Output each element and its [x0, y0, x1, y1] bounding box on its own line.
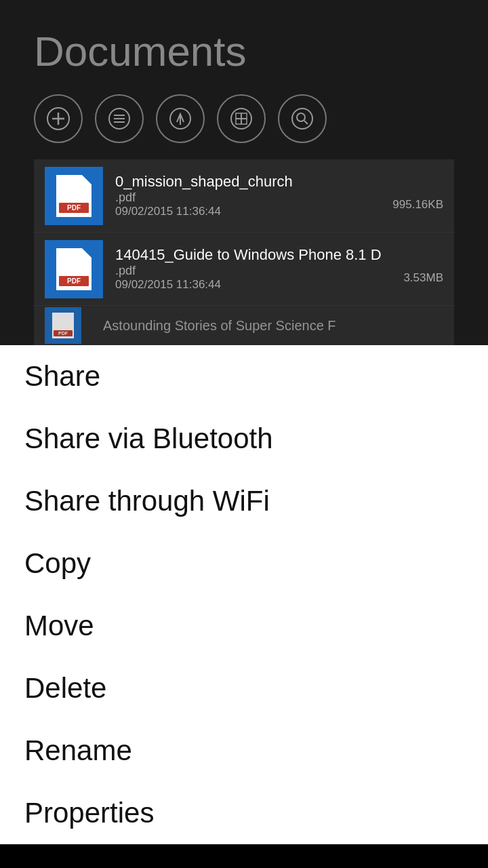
move-menu-item[interactable]: Move	[0, 595, 488, 657]
list-item[interactable]: PDF 0_mission_shaped_church .pdf 09/02/2…	[34, 159, 454, 233]
context-menu: Share Share via Bluetooth Share through …	[0, 345, 488, 844]
svg-point-17	[297, 113, 305, 121]
file-name: 0_mission_shaped_church	[115, 173, 443, 191]
file-ext: .pdf	[115, 264, 136, 277]
toolbar	[34, 94, 454, 143]
file-info: 140415_Guide to Windows Phone 8.1 D .pdf…	[115, 246, 443, 292]
search-button[interactable]	[278, 94, 327, 143]
add-icon	[46, 106, 70, 131]
svg-point-16	[292, 108, 312, 129]
file-meta: .pdf 09/02/2015 11:36:44 995.16KB	[115, 191, 443, 218]
svg-line-18	[304, 121, 308, 124]
svg-rect-13	[241, 113, 247, 119]
pdf-mark: PDF	[54, 330, 73, 336]
page-title: Documents	[34, 27, 454, 75]
file-ext: .pdf	[115, 191, 136, 204]
copy-menu-item[interactable]: Copy	[0, 532, 488, 595]
file-icon: PDF	[45, 167, 103, 225]
file-name: Astounding Stories of Super Science F	[103, 318, 336, 334]
svg-rect-12	[236, 113, 241, 119]
list-view-button[interactable]	[95, 94, 144, 143]
sort-icon	[169, 107, 192, 130]
delete-menu-item[interactable]: Delete	[0, 657, 488, 719]
pdf-mark: PDF	[59, 276, 89, 286]
file-list: PDF 0_mission_shaped_church .pdf 09/02/2…	[34, 159, 454, 345]
file-meta: .pdf 09/02/2015 11:36:44 3.53MB	[115, 264, 443, 292]
share-bluetooth-menu-item[interactable]: Share via Bluetooth	[0, 408, 488, 470]
file-icon-inner: PDF	[56, 248, 92, 290]
pdf-mark: PDF	[59, 203, 89, 213]
file-icon: PDF	[45, 240, 103, 298]
list-item[interactable]: PDF Astounding Stories of Super Science …	[34, 306, 454, 345]
file-size: 995.16KB	[384, 198, 443, 212]
file-icon: PDF	[45, 307, 81, 344]
sort-button[interactable]	[156, 94, 205, 143]
file-size: 3.53MB	[395, 271, 443, 285]
share-wifi-menu-item[interactable]: Share through WiFi	[0, 470, 488, 532]
search-icon	[291, 107, 314, 130]
share-menu-item[interactable]: Share	[0, 345, 488, 408]
list-item[interactable]: PDF 140415_Guide to Windows Phone 8.1 D …	[34, 233, 454, 306]
file-date: 09/02/2015 11:36:44	[115, 278, 221, 291]
grid-icon	[230, 107, 253, 130]
svg-rect-14	[236, 119, 241, 124]
file-date: 09/02/2015 11:36:44	[115, 205, 221, 218]
add-button[interactable]	[34, 94, 83, 143]
file-icon-inner: PDF	[56, 175, 92, 217]
list-icon	[108, 107, 131, 130]
top-section: Documents	[0, 0, 488, 345]
file-name: 140415_Guide to Windows Phone 8.1 D	[115, 246, 443, 264]
grid-view-button[interactable]	[217, 94, 266, 143]
svg-rect-15	[241, 119, 247, 124]
properties-menu-item[interactable]: Properties	[0, 782, 488, 844]
file-info: 0_mission_shaped_church .pdf 09/02/2015 …	[115, 173, 443, 218]
rename-menu-item[interactable]: Rename	[0, 719, 488, 782]
